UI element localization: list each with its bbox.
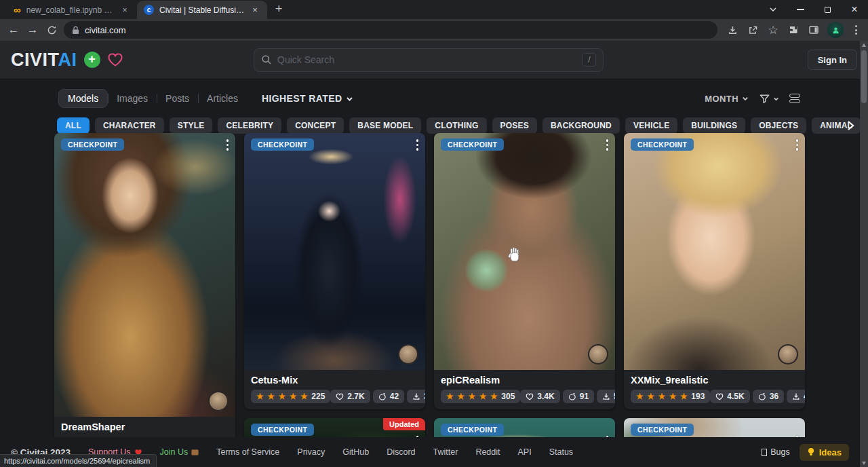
sign-in-button[interactable]: Sign In bbox=[808, 50, 857, 70]
favorites-heart-icon[interactable] bbox=[107, 52, 123, 67]
model-card-cetus-mix[interactable]: CHECKPOINT Cetus-Mix ★★★★★ 225 bbox=[244, 133, 425, 409]
scroll-down-arrow-icon[interactable] bbox=[860, 459, 868, 467]
search-bar[interactable]: / bbox=[254, 48, 604, 72]
likes-pill: 2.7K bbox=[330, 390, 370, 403]
footer-link-api[interactable]: API bbox=[518, 447, 532, 457]
footer-link-join-us[interactable]: Join Us bbox=[160, 447, 199, 457]
logo-ai: AI bbox=[58, 50, 77, 70]
category-chip[interactable]: ALL bbox=[57, 117, 90, 134]
model-card-xxmix9realistic[interactable]: CHECKPOINT XXMix_9realistic ★★★★★ 193 bbox=[624, 133, 805, 409]
category-chip[interactable]: CHARACTER bbox=[95, 117, 164, 134]
browser-menu-icon[interactable] bbox=[848, 22, 864, 38]
card-menu-icon[interactable] bbox=[416, 139, 419, 151]
address-bar[interactable]: civitai.com bbox=[64, 21, 717, 39]
card-menu-icon[interactable] bbox=[796, 139, 799, 151]
model-card-epicrealism[interactable]: CHECKPOINT epiCRealism ★★★★★ 305 bbox=[434, 133, 615, 409]
page-scrollbar[interactable] bbox=[860, 41, 868, 467]
model-preview-image[interactable]: CHECKPOINT bbox=[434, 133, 615, 370]
category-chip[interactable]: CELEBRITY bbox=[218, 117, 281, 134]
tab-search-icon[interactable] bbox=[760, 0, 787, 19]
back-icon[interactable]: ← bbox=[4, 20, 23, 39]
search-input[interactable] bbox=[277, 54, 577, 65]
new-tab-button[interactable]: + bbox=[275, 2, 283, 16]
civitai-logo[interactable]: CIVITAI + bbox=[11, 50, 123, 71]
download-icon[interactable] bbox=[723, 20, 742, 39]
category-chip[interactable]: CLOTHING bbox=[427, 117, 486, 134]
category-chip[interactable]: VEHICLE bbox=[625, 117, 677, 134]
create-plus-button[interactable]: + bbox=[84, 52, 100, 68]
model-preview-image[interactable]: CHECKPOINT bbox=[624, 133, 805, 370]
side-panel-icon[interactable] bbox=[804, 20, 823, 39]
star-icon: ★ bbox=[658, 392, 666, 401]
tab-models[interactable]: Models bbox=[58, 89, 108, 108]
downloads-count: 59K bbox=[614, 392, 615, 401]
tab-strip: ∞ new_colab_file.ipynb - Colaborat × c C… bbox=[0, 0, 868, 19]
share-icon[interactable] bbox=[743, 20, 762, 39]
category-chip[interactable]: POSES bbox=[492, 117, 537, 134]
minimize-button[interactable] bbox=[787, 0, 814, 19]
model-name: DreamShaper bbox=[61, 422, 229, 432]
downloads-pill: 38K bbox=[407, 390, 425, 403]
comments-count: 42 bbox=[390, 392, 399, 401]
footer-link-discord[interactable]: Discord bbox=[387, 447, 415, 457]
likes-count: 4.5K bbox=[727, 392, 744, 401]
tab-title: Civitai | Stable Diffusion models, bbox=[159, 5, 244, 15]
star-icon: ★ bbox=[469, 392, 476, 401]
category-chip[interactable]: BUILDINGS bbox=[683, 117, 745, 134]
rating-count: 193 bbox=[691, 392, 705, 401]
reload-icon[interactable] bbox=[42, 20, 61, 39]
layout-toggle-icon[interactable] bbox=[789, 94, 800, 103]
star-icon: ★ bbox=[267, 392, 275, 401]
card-menu-icon[interactable] bbox=[606, 139, 609, 151]
filter-funnel-dropdown[interactable] bbox=[759, 93, 780, 105]
tab-posts[interactable]: Posts bbox=[157, 90, 198, 107]
likes-pill: 3.4K bbox=[520, 390, 559, 403]
model-stats: ★★★★★ 193 4.5K 36 bbox=[631, 390, 798, 403]
tab-articles[interactable]: Articles bbox=[198, 90, 247, 107]
close-tab-icon[interactable]: × bbox=[119, 5, 130, 16]
bugs-link[interactable]: Bugs bbox=[762, 447, 790, 457]
category-chip[interactable]: CONCEPT bbox=[287, 117, 344, 134]
extensions-puzzle-icon[interactable] bbox=[784, 20, 803, 39]
close-window-button[interactable]: × bbox=[841, 0, 868, 19]
creator-avatar[interactable] bbox=[778, 344, 798, 365]
creator-avatar[interactable] bbox=[588, 344, 608, 365]
browser-profile-avatar[interactable] bbox=[827, 22, 844, 38]
ideas-button[interactable]: Ideas bbox=[800, 444, 849, 461]
bookmark-star-icon[interactable]: ☆ bbox=[764, 20, 783, 39]
tab-civitai[interactable]: c Civitai | Stable Diffusion models, × bbox=[137, 1, 267, 19]
category-chip[interactable]: OBJECTS bbox=[751, 117, 806, 134]
footer-link-status[interactable]: Status bbox=[549, 447, 573, 457]
heart-icon bbox=[526, 393, 534, 400]
likes-count: 3.4K bbox=[537, 392, 554, 401]
close-tab-icon[interactable]: × bbox=[250, 5, 260, 16]
model-card-dreamshaper[interactable]: CHECKPOINT DreamShaper bbox=[54, 133, 235, 443]
model-name: epiCRealism bbox=[441, 375, 608, 386]
creator-avatar[interactable] bbox=[398, 344, 418, 365]
scroll-up-arrow-icon[interactable] bbox=[860, 41, 868, 49]
category-chip[interactable]: BACKGROUND bbox=[542, 117, 620, 134]
period-dropdown[interactable]: MONTH bbox=[705, 94, 749, 104]
footer-link-privacy[interactable]: Privacy bbox=[297, 447, 325, 457]
category-chip[interactable]: BASE MODEL bbox=[349, 117, 421, 134]
civitai-page: CIVITAI + / Sign In Models Images Posts … bbox=[0, 41, 868, 467]
sort-dropdown[interactable]: HIGHEST RATED bbox=[262, 93, 355, 104]
footer-link-twitter[interactable]: Twitter bbox=[433, 447, 458, 457]
rating-pill: ★★★★★ 193 bbox=[631, 390, 710, 403]
footer-link-terms[interactable]: Terms of Service bbox=[216, 447, 279, 457]
maximize-button[interactable] bbox=[814, 0, 841, 19]
scroll-right-chevron-icon[interactable] bbox=[846, 119, 855, 134]
model-preview-image[interactable]: CHECKPOINT bbox=[54, 133, 235, 417]
forward-icon[interactable]: → bbox=[23, 20, 42, 39]
footer-link-github[interactable]: GitHub bbox=[342, 447, 369, 457]
card-menu-icon[interactable] bbox=[226, 139, 229, 151]
model-preview-image[interactable]: CHECKPOINT bbox=[244, 133, 425, 370]
category-chip[interactable]: STYLE bbox=[170, 117, 213, 134]
rating-count: 225 bbox=[311, 392, 325, 401]
tab-images[interactable]: Images bbox=[108, 90, 157, 107]
tab-colab[interactable]: ∞ new_colab_file.ipynb - Colaborat × bbox=[7, 1, 137, 19]
checkpoint-badge: CHECKPOINT bbox=[631, 424, 694, 436]
creator-avatar[interactable] bbox=[208, 391, 229, 411]
footer-link-reddit[interactable]: Reddit bbox=[475, 447, 500, 457]
scrollbar-thumb[interactable] bbox=[861, 50, 867, 103]
